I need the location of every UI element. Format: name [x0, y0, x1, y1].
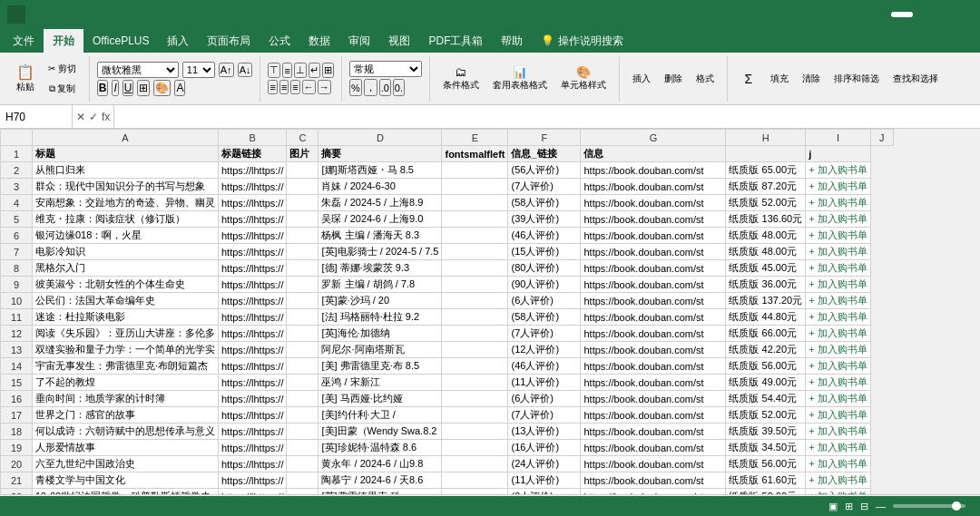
- cell-19-2[interactable]: https://lhttps://: [219, 440, 287, 456]
- cell-19-9[interactable]: + 加入购书单: [806, 440, 870, 456]
- cell-13-9[interactable]: + 加入购书单: [806, 342, 870, 358]
- cell-6-3[interactable]: [287, 228, 318, 244]
- decrease-indent-button[interactable]: ←: [302, 80, 316, 94]
- cell-5-2[interactable]: https://lhttps://: [219, 211, 287, 228]
- italic-button[interactable]: I: [112, 80, 118, 96]
- cell-13-2[interactable]: https://lhttps://: [219, 342, 287, 358]
- view-break-icon[interactable]: ⊟: [860, 501, 868, 512]
- cell-19-7[interactable]: https://book.douban.com/st: [581, 440, 726, 456]
- cell-22-5[interactable]: [442, 489, 508, 495]
- tab-help[interactable]: 帮助: [492, 29, 532, 53]
- align-center-button[interactable]: ≡: [279, 80, 289, 94]
- cell-12-3[interactable]: [287, 326, 318, 342]
- table-row[interactable]: 11迷途：杜拉斯谈电影https://lhttps://[法] 玛格丽特·杜拉 …: [1, 309, 894, 326]
- cell-19-4[interactable]: [英]珍妮特·温特森 8.6: [318, 440, 442, 456]
- cell-10-5[interactable]: [442, 293, 508, 309]
- cell-10-7[interactable]: https://book.douban.com/st: [581, 293, 726, 309]
- cell-3-1[interactable]: 群众：现代中国知识分子的书写与想象: [33, 179, 219, 195]
- cell-1-8[interactable]: [726, 146, 806, 162]
- row-header-20[interactable]: 20: [1, 456, 33, 472]
- cell-14-2[interactable]: https://lhttps://: [219, 358, 287, 375]
- col-header-e[interactable]: E: [442, 130, 508, 146]
- table-row[interactable]: 8黑格尔入门https://lhttps://[德] 蒂娜·埃蒙茨 9.3(80…: [1, 260, 894, 277]
- cell-12-6[interactable]: (7人评价): [508, 326, 581, 342]
- cell-22-1[interactable]: 19-20世纪法国哲学：科普勒斯顿哲学史: [33, 489, 219, 495]
- cell-18-5[interactable]: [442, 424, 508, 440]
- cell-1-9[interactable]: j: [806, 146, 870, 162]
- increase-indent-button[interactable]: →: [318, 80, 331, 94]
- cell-12-4[interactable]: [英]海伦·加德纳: [318, 326, 442, 342]
- cell-16-5[interactable]: [442, 391, 508, 407]
- cell-17-1[interactable]: 世界之门：感官的故事: [33, 407, 219, 424]
- confirm-formula-icon[interactable]: ✓: [89, 111, 98, 123]
- cell-4-6[interactable]: (58人评价): [508, 195, 581, 211]
- align-right-button[interactable]: ≡: [290, 80, 299, 94]
- increase-decimal-button[interactable]: .0: [379, 79, 391, 96]
- cell-5-8[interactable]: 纸质版 136.60元: [726, 211, 806, 228]
- cell-1-5[interactable]: fontsmalfleft: [442, 146, 508, 162]
- col-header-h[interactable]: H: [726, 130, 806, 146]
- cell-13-8[interactable]: 纸质版 42.20元: [726, 342, 806, 358]
- table-row[interactable]: 4安南想象：交趾地方的奇迹、异物、幽灵https://lhttps://朱磊 /…: [1, 195, 894, 211]
- cell-9-5[interactable]: [442, 277, 508, 293]
- cell-16-1[interactable]: 垂向时间：地质学家的计时簿: [33, 391, 219, 407]
- cell-15-8[interactable]: 纸质版 49.00元: [726, 375, 806, 391]
- cell-9-2[interactable]: https://lhttps://: [219, 277, 287, 293]
- row-header-11[interactable]: 11: [1, 309, 33, 326]
- wrap-text-button[interactable]: ↵: [309, 63, 320, 78]
- view-normal-icon[interactable]: ▣: [828, 501, 838, 512]
- table-row[interactable]: 20六至九世纪中国政治史https://lhttps://黄永年 / 2024-…: [1, 456, 894, 472]
- cell-5-4[interactable]: 吴琛 / 2024-6 / 上海9.0: [318, 211, 442, 228]
- cell-15-5[interactable]: [442, 375, 508, 391]
- cell-21-9[interactable]: + 加入购书单: [806, 472, 870, 489]
- tab-home[interactable]: 开始: [44, 29, 83, 53]
- cell-22-6[interactable]: (0人评价): [508, 489, 581, 495]
- table-row[interactable]: 1标题标题链接图片摘要fontsmalfleft信息_链接信息j: [1, 146, 894, 162]
- cell-11-6[interactable]: (58人评价): [508, 309, 581, 326]
- cell-16-7[interactable]: https://book.douban.com/st: [581, 391, 726, 407]
- bold-button[interactable]: B: [97, 80, 109, 96]
- sheet-container[interactable]: A B C D E F G H I J 1标题标题链接图片摘要fontsmalf…: [0, 129, 980, 494]
- cell-7-7[interactable]: https://book.douban.com/st: [581, 244, 726, 260]
- cell-21-5[interactable]: [442, 472, 508, 489]
- cell-15-3[interactable]: [287, 375, 318, 391]
- format-as-table-button[interactable]: 📊 套用表格格式: [487, 63, 553, 94]
- cell-10-8[interactable]: 纸质版 137.20元: [726, 293, 806, 309]
- tab-search[interactable]: 💡 操作说明搜索: [532, 29, 632, 53]
- cell-12-8[interactable]: 纸质版 66.00元: [726, 326, 806, 342]
- tab-review[interactable]: 审阅: [339, 29, 379, 53]
- font-color-button[interactable]: A: [174, 80, 185, 96]
- cell-3-3[interactable]: [287, 179, 318, 195]
- cell-9-9[interactable]: + 加入购书单: [806, 277, 870, 293]
- cell-18-3[interactable]: [287, 424, 318, 440]
- cut-button[interactable]: ✂ 剪切: [43, 60, 82, 78]
- cell-20-7[interactable]: https://book.douban.com/st: [581, 456, 726, 472]
- cell-4-2[interactable]: https://lhttps://: [219, 195, 287, 211]
- cell-16-8[interactable]: 纸质版 54.40元: [726, 391, 806, 407]
- format-cell-button[interactable]: 格式: [691, 70, 720, 88]
- cell-5-9[interactable]: + 加入购书单: [806, 211, 870, 228]
- cell-4-9[interactable]: + 加入购书单: [806, 195, 870, 211]
- cell-14-6[interactable]: (46人评价): [508, 358, 581, 375]
- col-header-f[interactable]: F: [508, 130, 581, 146]
- cell-22-9[interactable]: + 加入购书单: [806, 489, 870, 495]
- cell-12-2[interactable]: https://lhttps://: [219, 326, 287, 342]
- cell-22-3[interactable]: [287, 489, 318, 495]
- cell-10-4[interactable]: [英]蒙·沙玛 / 20: [318, 293, 442, 309]
- align-bottom-button[interactable]: ⊥: [294, 63, 307, 78]
- col-header-c[interactable]: C: [287, 130, 318, 146]
- cell-8-3[interactable]: [287, 260, 318, 277]
- row-header-19[interactable]: 19: [1, 440, 33, 456]
- cell-13-4[interactable]: 阿尼尔·阿南塔斯瓦: [318, 342, 442, 358]
- row-header-2[interactable]: 2: [1, 162, 33, 179]
- align-left-button[interactable]: ≡: [268, 80, 277, 94]
- cell-11-5[interactable]: [442, 309, 508, 326]
- cell-7-4[interactable]: [英]电影骑士 / 2024-5 / 7.5: [318, 244, 442, 260]
- cell-19-8[interactable]: 纸质版 34.50元: [726, 440, 806, 456]
- cell-6-2[interactable]: https://lhttps://: [219, 228, 287, 244]
- cell-15-6[interactable]: (11人评价): [508, 375, 581, 391]
- cell-20-1[interactable]: 六至九世纪中国政治史: [33, 456, 219, 472]
- row-header-21[interactable]: 21: [1, 472, 33, 489]
- cell-5-7[interactable]: https://book.douban.com/st: [581, 211, 726, 228]
- copy-button[interactable]: ⧉ 复制: [43, 80, 82, 98]
